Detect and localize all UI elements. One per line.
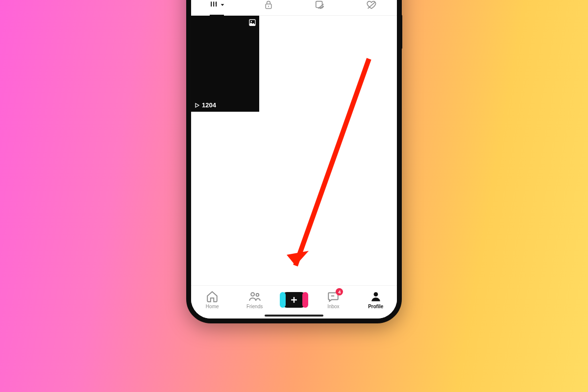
nav-label: Home (206, 304, 219, 309)
nav-label: Inbox (327, 304, 339, 309)
lock-icon (264, 0, 273, 10)
gradient-stage: Find your friends Find Follows you Follo… (0, 0, 588, 392)
nav-friends[interactable]: Friends (240, 290, 270, 309)
svg-rect-6 (316, 1, 322, 7)
heart-hidden-icon (366, 0, 377, 10)
view-count-number: 1204 (202, 101, 216, 109)
tab-reposts[interactable] (294, 0, 345, 15)
nav-home[interactable]: Home (197, 290, 227, 309)
svg-marker-3 (220, 4, 224, 6)
tab-liked[interactable] (345, 0, 397, 15)
phone-side-button (400, 15, 402, 49)
chevron-down-icon (220, 2, 225, 7)
plus-icon (289, 295, 299, 305)
friends-icon (248, 290, 261, 303)
nav-label: Friends (246, 304, 263, 309)
nav-label: Profile (368, 304, 383, 309)
play-icon (194, 102, 200, 108)
view-count: 1204 (194, 101, 216, 109)
nav-inbox[interactable]: 4 Inbox (318, 290, 348, 309)
tab-posts[interactable] (191, 0, 243, 15)
video-grid: 1204 (191, 16, 397, 285)
svg-point-10 (251, 21, 252, 23)
phone-frame: Find your friends Find Follows you Follo… (186, 0, 402, 323)
svg-point-17 (373, 292, 378, 296)
nav-profile[interactable]: Profile (361, 290, 391, 309)
grid-icon (209, 0, 219, 10)
svg-point-12 (251, 293, 254, 296)
svg-marker-11 (196, 103, 199, 107)
svg-point-13 (256, 294, 259, 296)
repost-hidden-icon (315, 0, 325, 10)
video-thumbnail[interactable]: 1204 (191, 16, 260, 112)
home-indicator (265, 315, 323, 317)
image-post-icon (248, 19, 256, 28)
create-button[interactable] (282, 292, 306, 308)
tab-private[interactable] (243, 0, 294, 15)
bottom-nav: Home Friends (191, 285, 397, 318)
content-tabs (191, 0, 397, 16)
inbox-badge: 4 (336, 288, 343, 295)
app-screen: Find your friends Find Follows you Follo… (191, 0, 397, 318)
profile-icon (369, 290, 382, 303)
home-icon (206, 290, 219, 303)
